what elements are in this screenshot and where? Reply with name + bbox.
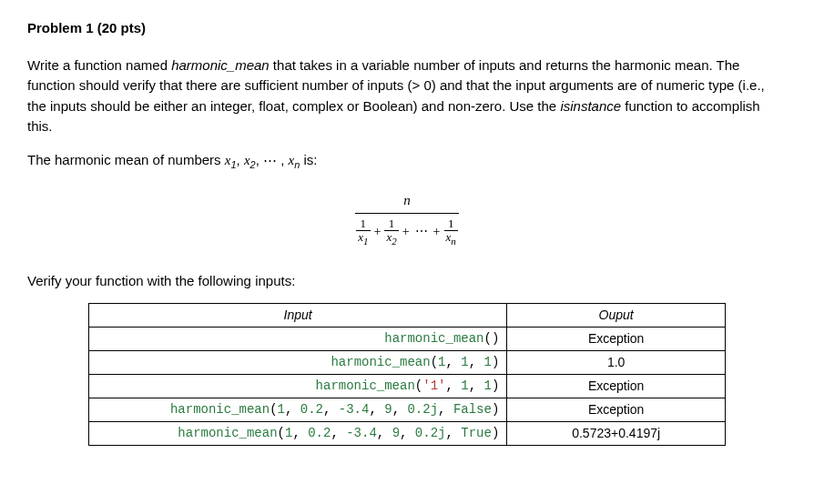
var-x2: x [244, 153, 250, 167]
problem-description: Write a function named harmonic_mean tha… [27, 55, 787, 137]
input-cell: harmonic_mean(1, 0.2, -3.4, 9, 0.2j, Fal… [89, 398, 507, 421]
table-row: harmonic_mean('1', 1, 1)Exception [89, 374, 726, 398]
input-cell: harmonic_mean('1', 1, 1) [89, 374, 507, 398]
desc-part-a: Write a function named [27, 57, 171, 73]
input-cell: harmonic_mean(1, 1, 1) [89, 350, 507, 374]
formula-intro-line: The harmonic mean of numbers x1, x2, ⋯ ,… [27, 150, 787, 173]
table-row: harmonic_mean(1, 1, 1)1.0 [89, 350, 726, 374]
formula-denominator: 1 x1 + 1 x2 + ⋯ + 1 xn [355, 214, 459, 247]
test-cases-table: Input Ouput harmonic_mean()Exceptionharm… [88, 303, 726, 446]
header-output: Ouput [507, 303, 726, 327]
frac-1-over-x1: 1 x1 [356, 217, 370, 247]
table-row: harmonic_mean(1, 0.2, -3.4, 9, 0.2j, Tru… [89, 421, 726, 445]
desc-isinstance: isinstance [560, 98, 621, 114]
output-cell: Exception [507, 374, 726, 398]
output-cell: Exception [507, 398, 726, 421]
formula-intro-a: The harmonic mean of numbers [27, 152, 225, 167]
desc-fn-name: harmonic_mean [171, 57, 270, 73]
table-row: harmonic_mean()Exception [89, 327, 726, 350]
table-row: harmonic_mean(1, 0.2, -3.4, 9, 0.2j, Fal… [89, 398, 726, 421]
problem-title: Problem 1 (20 pts) [27, 18, 787, 39]
input-cell: harmonic_mean(1, 0.2, -3.4, 9, 0.2j, Tru… [89, 421, 507, 445]
table-header-row: Input Ouput [89, 303, 726, 327]
harmonic-mean-formula: n 1 x1 + 1 x2 + ⋯ + 1 xn [27, 190, 787, 246]
formula-intro-b: is: [300, 152, 317, 167]
header-input: Input [89, 303, 507, 327]
formula-numerator: n [355, 190, 459, 214]
output-cell: 0.5723+0.4197j [507, 421, 726, 445]
output-cell: 1.0 [507, 350, 726, 374]
verify-instruction: Verify your function with the following … [27, 271, 787, 292]
input-cell: harmonic_mean() [89, 327, 507, 350]
output-cell: Exception [507, 327, 726, 350]
frac-1-over-x2: 1 x2 [384, 217, 398, 247]
frac-1-over-xn: 1 xn [444, 217, 458, 247]
